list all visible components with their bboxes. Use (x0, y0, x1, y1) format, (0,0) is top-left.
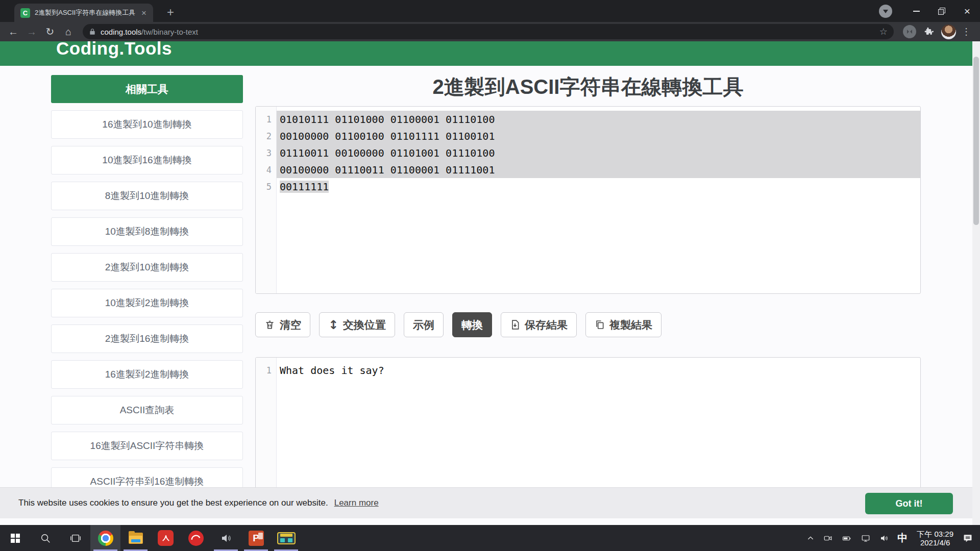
line-number: 5 (256, 178, 276, 195)
home-icon[interactable]: ⌂ (59, 22, 78, 41)
battery-icon (841, 534, 852, 543)
taskbar-capture-tool-button[interactable] (271, 525, 301, 551)
ascii-output-editor[interactable]: 1 What does it say? (255, 357, 921, 500)
save-result-button[interactable]: 保存結果 (501, 312, 577, 337)
tab-close-icon[interactable]: × (140, 8, 148, 18)
action-center-button[interactable] (959, 525, 977, 551)
window-minimize-button[interactable] (903, 0, 929, 22)
clock-date: 2021/4/6 (917, 538, 953, 547)
notification-icon (963, 533, 973, 543)
window-close-button[interactable]: × (954, 0, 980, 22)
sidebar-item-hex-to-dec[interactable]: 16進製到10進制轉換 (51, 110, 243, 139)
sidebar-item-ascii-table[interactable]: ASCII查詢表 (51, 396, 243, 424)
antivirus-icon (188, 531, 204, 546)
taskbar-explorer-button[interactable] (120, 525, 151, 551)
ime-indicator[interactable]: 中 (893, 525, 912, 551)
extension-icon[interactable] (903, 25, 916, 38)
taskbar-powerpoint-button[interactable]: P (241, 525, 271, 551)
sidebar-item-oct-to-dec[interactable]: 8進製到10進制轉換 (51, 182, 243, 210)
windows-taskbar: P (0, 525, 980, 551)
camera-icon (823, 534, 833, 543)
extensions-puzzle-icon[interactable] (919, 22, 938, 41)
bookmark-star-icon[interactable]: ☆ (879, 26, 888, 37)
taskbar-chrome-button[interactable] (90, 525, 120, 551)
start-button[interactable] (0, 525, 30, 551)
browser-tab[interactable]: C 2進製到ASCII字符串在線轉換工具 × (14, 4, 153, 22)
tray-camera-button[interactable] (819, 525, 837, 551)
cookie-accept-button[interactable]: Got it! (865, 493, 953, 514)
address-bar[interactable]: coding.tools /tw/binary-to-text ☆ (83, 24, 894, 39)
sidebar-item-hex-to-ascii[interactable]: 16進製到ASCII字符串轉換 (51, 432, 243, 460)
file-explorer-icon (129, 533, 143, 544)
line-number: 2 (256, 128, 276, 144)
network-icon (861, 534, 871, 543)
cookie-banner: This website uses cookies to ensure you … (0, 487, 972, 518)
taskbar-clock[interactable]: 下午 03:29 2021/4/6 (912, 530, 959, 547)
browser-toolbar: ← → ↻ ⌂ coding.tools /tw/binary-to-text … (0, 22, 980, 41)
sidebar-item-dec-to-oct[interactable]: 10進製到8進制轉換 (51, 217, 243, 246)
sidebar-item-bin-to-hex[interactable]: 2進製到16進制轉換 (51, 324, 243, 353)
browser-tab-strip: C 2進製到ASCII字符串在線轉換工具 × + × (0, 0, 980, 22)
taskbar-acrobat-button[interactable] (151, 525, 181, 551)
output-line-gutter: 1 (256, 358, 277, 499)
chevron-up-icon (806, 534, 815, 542)
sidebar-item-dec-to-hex[interactable]: 10進製到16進制轉換 (51, 146, 243, 174)
taskbar-audio-app-button[interactable] (211, 525, 241, 551)
taskbar-antivirus-button[interactable] (181, 525, 211, 551)
cookie-learn-more-link[interactable]: Learn more (334, 498, 379, 508)
forward-icon[interactable]: → (22, 22, 41, 41)
window-badge-icon[interactable] (879, 5, 892, 18)
chrome-icon (98, 531, 113, 546)
output-code-area: What does it say? (277, 358, 920, 499)
swap-arrows-icon: ↕ (328, 318, 338, 332)
copy-icon (595, 319, 605, 330)
task-view-button[interactable] (60, 525, 90, 551)
tray-network-button[interactable] (856, 525, 875, 551)
system-tray: 中 下午 03:29 2021/4/6 (802, 525, 980, 551)
url-path: /tw/binary-to-text (141, 28, 198, 36)
binary-line: 00100000 01100100 01101111 01100101 (277, 128, 920, 144)
powerpoint-icon: P (249, 531, 264, 546)
trash-icon (264, 319, 275, 330)
convert-button[interactable]: 轉換 (452, 312, 492, 337)
sidebar-item-dec-to-bin[interactable]: 10進製到2進制轉換 (51, 289, 243, 317)
scrollbar-thumb[interactable] (973, 57, 979, 225)
page-title: 2進製到ASCII字符串在線轉換工具 (255, 73, 921, 101)
site-logo[interactable]: Coding.Tools (56, 41, 172, 59)
binary-line: 01010111 01101000 01100001 01110100 (277, 111, 920, 128)
reload-icon[interactable]: ↻ (41, 22, 59, 41)
copy-result-button[interactable]: 複製結果 (585, 312, 662, 337)
binary-input-editor[interactable]: 1 2 3 4 5 01010111 01101000 01100001 011… (255, 106, 921, 294)
tab-title: 2進製到ASCII字符串在線轉換工具 (35, 8, 137, 17)
lock-icon (89, 28, 96, 36)
tray-chevron-button[interactable] (802, 525, 819, 551)
sidebar-item-bin-to-dec[interactable]: 2進製到10進制轉換 (51, 253, 243, 282)
acrobat-icon (158, 530, 174, 546)
extension-glyph-icon (906, 29, 913, 35)
related-tools-sidebar: 相關工具 16進製到10進制轉換 10進製到16進制轉換 8進製到10進制轉換 … (51, 75, 243, 496)
taskbar-search-button[interactable] (30, 525, 60, 551)
clear-button[interactable]: 清空 (255, 312, 310, 337)
cookie-message: This website uses cookies to ensure you … (18, 498, 328, 508)
example-button[interactable]: 示例 (404, 312, 444, 337)
profile-avatar[interactable] (941, 24, 956, 39)
new-tab-button[interactable]: + (162, 4, 179, 20)
browser-menu-icon[interactable]: ⋮ (960, 26, 976, 37)
capture-tool-icon (277, 532, 296, 544)
line-number: 1 (256, 362, 276, 379)
sidebar-item-hex-to-bin[interactable]: 16進製到2進制轉換 (51, 360, 243, 389)
site-header: Coding.Tools (0, 41, 972, 66)
tray-battery-button[interactable] (837, 525, 856, 551)
swap-button[interactable]: ↕ 交換位置 (319, 312, 395, 337)
tray-volume-button[interactable] (875, 525, 893, 551)
speaker-app-icon (220, 532, 232, 544)
page-scrollbar[interactable] (972, 41, 980, 525)
line-number: 3 (256, 144, 276, 161)
input-code-area: 01010111 01101000 01100001 01110100 0010… (277, 107, 920, 293)
window-restore-button[interactable] (929, 0, 954, 22)
back-icon[interactable]: ← (4, 22, 22, 41)
task-view-icon (70, 533, 81, 544)
output-line: What does it say? (277, 362, 920, 379)
restore-icon (938, 8, 945, 15)
save-file-icon (510, 319, 520, 330)
